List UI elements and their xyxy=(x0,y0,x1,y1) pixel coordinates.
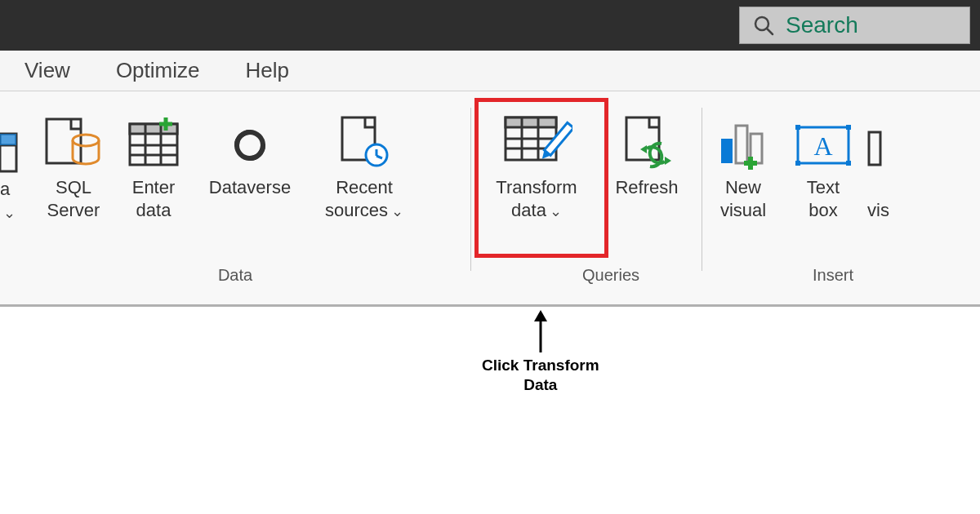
svg-marker-29 xyxy=(665,157,671,165)
chevron-down-icon: ⌄ xyxy=(391,203,403,219)
search-box[interactable]: Search xyxy=(739,7,970,44)
newvis-line2: visual xyxy=(720,200,766,220)
enter-data-icon xyxy=(125,100,182,170)
dataverse-icon xyxy=(219,100,281,170)
dataverse-button[interactable]: Dataverse xyxy=(193,100,307,225)
sql-line2: Server xyxy=(47,200,100,220)
transform-data-button[interactable]: Transformdata⌄ xyxy=(471,100,602,225)
svg-line-1 xyxy=(767,29,773,34)
tab-help[interactable]: Help xyxy=(245,58,288,83)
group-label-insert: Insert xyxy=(702,263,964,287)
sql-server-icon xyxy=(43,100,104,170)
partial-data-item[interactable]: a⌄ xyxy=(0,100,33,223)
svg-rect-4 xyxy=(0,134,16,145)
transform-line2: data xyxy=(511,200,546,220)
ribbon: a⌄ SQLServer xyxy=(0,91,980,307)
svg-marker-28 xyxy=(640,145,647,153)
recent-line1: Recent xyxy=(336,177,393,197)
svg-rect-38 xyxy=(795,161,800,166)
chevron-down-icon: ⌄ xyxy=(550,203,562,219)
search-icon xyxy=(753,15,774,36)
svg-rect-41 xyxy=(869,132,880,165)
svg-text:A: A xyxy=(813,131,832,161)
chevron-down-icon: ⌄ xyxy=(3,205,16,221)
enter-line1: Enter xyxy=(132,177,176,197)
transform-data-icon xyxy=(501,100,572,170)
newvis-line1: New xyxy=(725,177,761,197)
svg-rect-5 xyxy=(47,119,81,163)
annotation-line2: Data xyxy=(523,376,557,393)
svg-rect-30 xyxy=(721,139,733,163)
annotation-callout: Click Transform Data xyxy=(482,310,599,395)
group-label-data: Data xyxy=(0,263,470,287)
group-insert: Newvisual A Textbox xyxy=(702,91,964,304)
textbox-line1: Text xyxy=(807,177,840,197)
data-source-icon xyxy=(0,108,24,178)
textbox-line2: box xyxy=(808,200,837,220)
svg-rect-20 xyxy=(506,117,556,127)
dataverse-line1: Dataverse xyxy=(209,177,291,197)
svg-point-6 xyxy=(73,135,99,146)
svg-rect-31 xyxy=(736,126,747,163)
new-visual-button[interactable]: Newvisual xyxy=(702,100,784,225)
recent-sources-icon xyxy=(336,100,393,170)
text-box-button[interactable]: A Textbox xyxy=(784,100,862,225)
more-visuals-icon xyxy=(867,100,884,170)
tab-view[interactable]: View xyxy=(24,58,70,83)
refresh-line1: Refresh xyxy=(615,177,678,197)
new-visual-icon xyxy=(715,100,772,170)
morevis-line1: vis xyxy=(867,200,889,220)
title-bar: Search xyxy=(0,0,980,51)
group-label-queries: Queries xyxy=(471,263,702,287)
svg-rect-36 xyxy=(795,125,800,130)
partial-line1: a xyxy=(0,179,10,199)
arrow-up-icon xyxy=(492,310,590,354)
sql-line1: SQL xyxy=(56,177,91,197)
group-data: a⌄ SQLServer xyxy=(0,91,470,304)
refresh-button[interactable]: Refresh xyxy=(602,100,692,225)
recent-line2: sources xyxy=(325,200,388,220)
recent-sources-button[interactable]: Recentsources⌄ xyxy=(307,100,421,225)
refresh-icon xyxy=(620,100,674,170)
transform-line1: Transform xyxy=(496,177,577,197)
group-queries: Transformdata⌄ Refresh Queries xyxy=(471,91,702,304)
svg-rect-27 xyxy=(626,117,659,160)
svg-marker-43 xyxy=(534,310,547,321)
svg-rect-39 xyxy=(846,161,851,166)
annotation-line1: Click Transform xyxy=(482,357,599,374)
tab-optimize[interactable]: Optimize xyxy=(116,58,200,83)
more-visuals-button[interactable]: vis xyxy=(862,100,895,225)
enter-line2: data xyxy=(136,200,172,220)
sql-server-button[interactable]: SQLServer xyxy=(33,100,114,225)
text-box-icon: A xyxy=(791,100,855,170)
search-placeholder: Search xyxy=(786,12,858,38)
ribbon-tabs: View Optimize Help xyxy=(0,51,980,91)
svg-rect-37 xyxy=(846,125,851,130)
enter-data-button[interactable]: Enterdata xyxy=(114,100,193,225)
